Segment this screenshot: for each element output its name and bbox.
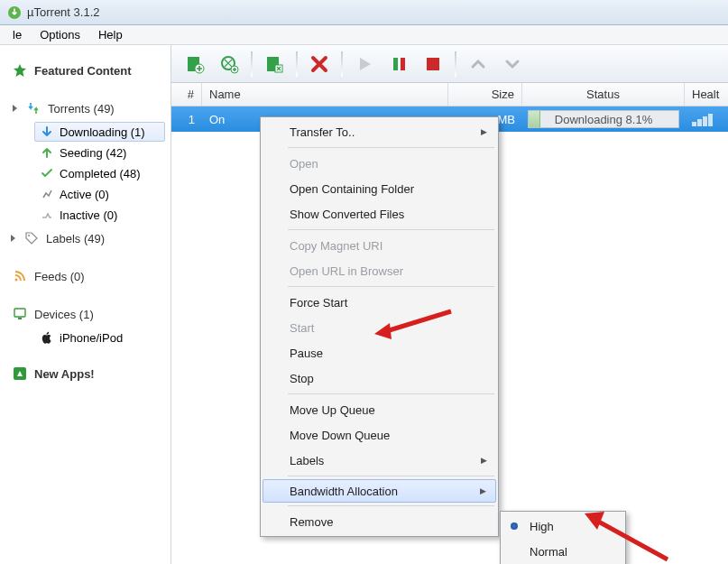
ctx-open-url: Open URL in Browser bbox=[263, 258, 496, 283]
col-number[interactable]: # bbox=[171, 83, 202, 106]
sidebar-newapps[interactable]: New Apps! bbox=[0, 361, 170, 386]
create-torrent-button[interactable] bbox=[258, 50, 290, 79]
col-name[interactable]: Name bbox=[202, 83, 448, 106]
progress-bar: Downloading 8.1% bbox=[528, 110, 679, 128]
sidebar-item-iphone[interactable]: iPhone/iPod bbox=[34, 328, 165, 347]
sidebar-feeds[interactable]: Feeds (0) bbox=[0, 264, 170, 289]
bandwidth-submenu: High Normal bbox=[500, 511, 626, 564]
sidebar-labels[interactable]: Labels (49) bbox=[0, 226, 170, 251]
ctx-pause[interactable]: Pause bbox=[263, 340, 496, 365]
ctx-move-down[interactable]: Move Down Queue bbox=[263, 422, 496, 448]
sidebar-devices[interactable]: Devices (1) bbox=[0, 301, 170, 327]
expand-icon bbox=[11, 235, 15, 242]
svg-rect-12 bbox=[393, 58, 398, 70]
row-number: 1 bbox=[171, 106, 202, 132]
menu-help[interactable]: Help bbox=[91, 26, 130, 43]
sidebar-featured-label: Featured Content bbox=[34, 64, 132, 78]
ctx-copy-magnet: Copy Magnet URI bbox=[263, 233, 496, 258]
move-up-button[interactable] bbox=[462, 50, 494, 79]
svg-point-1 bbox=[28, 235, 30, 236]
health-icon bbox=[692, 112, 713, 126]
svg-rect-14 bbox=[427, 58, 439, 70]
ctx-stop[interactable]: Stop bbox=[263, 365, 496, 391]
ctx-transfer-to[interactable]: Transfer To.. bbox=[263, 119, 496, 144]
star-icon bbox=[13, 63, 27, 78]
menu-file[interactable]: le bbox=[5, 26, 29, 43]
toolbar bbox=[171, 45, 728, 83]
col-status[interactable]: Status bbox=[522, 83, 685, 106]
add-torrent-button[interactable] bbox=[179, 50, 211, 79]
svg-point-2 bbox=[15, 279, 18, 282]
check-icon bbox=[40, 166, 54, 180]
radio-icon bbox=[511, 522, 518, 530]
sidebar-torrents[interactable]: Torrents (49) bbox=[0, 96, 170, 121]
sidebar-item-inactive[interactable]: Inactive (0) bbox=[34, 205, 165, 225]
ctx-force-start[interactable]: Force Start bbox=[263, 290, 496, 315]
inactive-icon bbox=[40, 208, 54, 222]
up-arrow-icon bbox=[40, 145, 54, 160]
ctx-remove[interactable]: Remove bbox=[263, 509, 496, 534]
ctx-show-converted[interactable]: Show Converted Files bbox=[263, 201, 496, 227]
apps-icon bbox=[13, 366, 27, 381]
ctx-move-up[interactable]: Move Up Queue bbox=[263, 397, 496, 422]
row-status: Downloading 8.1% bbox=[522, 106, 685, 132]
stop-button[interactable] bbox=[417, 50, 449, 79]
submenu-normal[interactable]: Normal bbox=[502, 539, 623, 564]
sidebar-item-active[interactable]: Active (0) bbox=[34, 184, 165, 204]
sidebar-featured[interactable]: Featured Content bbox=[0, 58, 170, 83]
context-menu: Transfer To.. Open Open Containing Folde… bbox=[260, 116, 499, 537]
submenu-high[interactable]: High bbox=[502, 513, 623, 539]
sidebar-torrents-label: Torrents (49) bbox=[48, 102, 115, 116]
expand-icon bbox=[13, 105, 17, 112]
col-health[interactable]: Healt bbox=[685, 83, 728, 106]
active-icon bbox=[40, 187, 54, 201]
start-button[interactable] bbox=[348, 50, 381, 79]
device-icon bbox=[13, 307, 27, 321]
add-url-button[interactable] bbox=[213, 50, 245, 79]
down-arrow-icon bbox=[40, 125, 54, 139]
apple-icon bbox=[40, 330, 54, 345]
ctx-labels[interactable]: Labels bbox=[263, 448, 496, 473]
ctx-start: Start bbox=[263, 315, 496, 340]
column-headers: # Name Size Status Healt bbox=[171, 83, 728, 106]
sidebar-item-completed[interactable]: Completed (48) bbox=[34, 163, 165, 183]
row-health bbox=[685, 106, 728, 132]
ctx-open-folder[interactable]: Open Containing Folder bbox=[263, 176, 496, 201]
svg-rect-3 bbox=[14, 309, 25, 317]
window-title: µTorrent 3.1.2 bbox=[27, 5, 99, 19]
menubar: le Options Help bbox=[0, 25, 728, 45]
sidebar-item-seeding[interactable]: Seeding (42) bbox=[34, 143, 165, 162]
rss-icon bbox=[13, 269, 27, 283]
sidebar: Featured Content Torrents (49) Downloadi… bbox=[0, 45, 171, 564]
col-size[interactable]: Size bbox=[448, 83, 522, 106]
sidebar-item-downloading[interactable]: Downloading (1) bbox=[34, 122, 165, 142]
move-down-button[interactable] bbox=[496, 50, 529, 79]
pause-button[interactable] bbox=[382, 50, 415, 79]
titlebar: µTorrent 3.1.2 bbox=[0, 0, 728, 25]
torrents-icon bbox=[26, 101, 41, 116]
remove-button[interactable] bbox=[303, 50, 336, 79]
app-icon bbox=[7, 5, 22, 20]
ctx-open: Open bbox=[263, 151, 496, 176]
ctx-bandwidth[interactable]: Bandwidth Allocation bbox=[263, 479, 496, 503]
menu-options[interactable]: Options bbox=[32, 26, 88, 43]
svg-rect-4 bbox=[18, 318, 22, 319]
tag-icon bbox=[24, 231, 39, 245]
svg-rect-13 bbox=[401, 58, 405, 70]
